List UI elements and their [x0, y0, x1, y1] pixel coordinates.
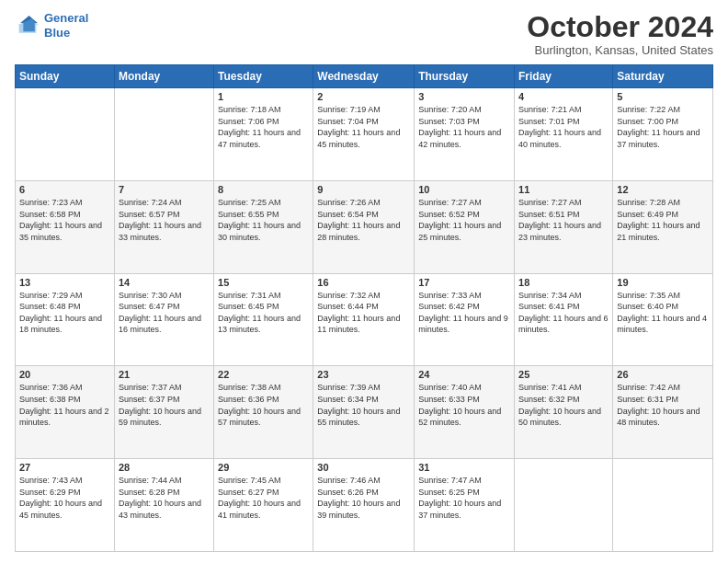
- day-number: 27: [19, 462, 110, 473]
- calendar-cell: 30Sunrise: 7:46 AM Sunset: 6:26 PM Dayli…: [313, 459, 415, 552]
- day-number: 8: [218, 184, 309, 195]
- day-info: Sunrise: 7:44 AM Sunset: 6:28 PM Dayligh…: [119, 475, 210, 521]
- day-number: 28: [119, 462, 210, 473]
- calendar-day-header: Friday: [515, 65, 613, 88]
- calendar-cell: 25Sunrise: 7:41 AM Sunset: 6:32 PM Dayli…: [515, 366, 613, 459]
- day-number: 24: [418, 369, 510, 380]
- day-info: Sunrise: 7:47 AM Sunset: 6:25 PM Dayligh…: [418, 475, 510, 521]
- page: General Blue October 2024 Burlington, Ka…: [0, 0, 728, 563]
- calendar-cell: 24Sunrise: 7:40 AM Sunset: 6:33 PM Dayli…: [415, 366, 515, 459]
- calendar: SundayMondayTuesdayWednesdayThursdayFrid…: [15, 64, 713, 552]
- day-number: 2: [317, 91, 410, 102]
- day-number: 11: [518, 184, 609, 195]
- calendar-week-row: 1Sunrise: 7:18 AM Sunset: 7:06 PM Daylig…: [16, 88, 713, 181]
- calendar-cell: 17Sunrise: 7:33 AM Sunset: 6:42 PM Dayli…: [415, 273, 515, 366]
- day-number: 9: [317, 184, 410, 195]
- day-info: Sunrise: 7:28 AM Sunset: 6:49 PM Dayligh…: [617, 197, 709, 243]
- calendar-day-header: Saturday: [613, 65, 713, 88]
- calendar-cell: 15Sunrise: 7:31 AM Sunset: 6:45 PM Dayli…: [214, 273, 313, 366]
- calendar-cell: 31Sunrise: 7:47 AM Sunset: 6:25 PM Dayli…: [415, 459, 515, 552]
- calendar-week-row: 6Sunrise: 7:23 AM Sunset: 6:58 PM Daylig…: [16, 180, 713, 273]
- logo-icon: [15, 13, 40, 39]
- day-info: Sunrise: 7:42 AM Sunset: 6:31 PM Dayligh…: [617, 382, 709, 428]
- calendar-day-header: Monday: [114, 65, 213, 88]
- calendar-cell: 2Sunrise: 7:19 AM Sunset: 7:04 PM Daylig…: [313, 88, 415, 181]
- month-title: October 2024: [527, 11, 713, 43]
- calendar-cell: 28Sunrise: 7:44 AM Sunset: 6:28 PM Dayli…: [114, 459, 213, 552]
- calendar-cell: 16Sunrise: 7:32 AM Sunset: 6:44 PM Dayli…: [313, 273, 415, 366]
- location: Burlington, Kansas, United States: [527, 43, 713, 57]
- day-number: 7: [119, 184, 210, 195]
- day-info: Sunrise: 7:22 AM Sunset: 7:00 PM Dayligh…: [617, 104, 709, 150]
- day-info: Sunrise: 7:29 AM Sunset: 6:48 PM Dayligh…: [19, 290, 110, 336]
- calendar-cell: 7Sunrise: 7:24 AM Sunset: 6:57 PM Daylig…: [114, 180, 213, 273]
- day-info: Sunrise: 7:35 AM Sunset: 6:40 PM Dayligh…: [617, 290, 709, 336]
- day-number: 25: [518, 369, 609, 380]
- day-number: 17: [418, 277, 510, 288]
- day-info: Sunrise: 7:27 AM Sunset: 6:51 PM Dayligh…: [518, 197, 609, 243]
- day-number: 26: [617, 369, 709, 380]
- calendar-cell: 3Sunrise: 7:20 AM Sunset: 7:03 PM Daylig…: [415, 88, 515, 181]
- day-info: Sunrise: 7:45 AM Sunset: 6:27 PM Dayligh…: [218, 475, 309, 521]
- day-info: Sunrise: 7:41 AM Sunset: 6:32 PM Dayligh…: [518, 382, 609, 428]
- day-number: 5: [617, 91, 709, 102]
- day-number: 20: [19, 369, 110, 380]
- day-number: 21: [119, 369, 210, 380]
- day-number: 10: [418, 184, 510, 195]
- calendar-cell: [16, 88, 115, 181]
- day-number: 4: [518, 91, 609, 102]
- calendar-cell: [613, 459, 713, 552]
- day-info: Sunrise: 7:30 AM Sunset: 6:47 PM Dayligh…: [119, 290, 210, 336]
- day-info: Sunrise: 7:39 AM Sunset: 6:34 PM Dayligh…: [317, 382, 410, 428]
- day-number: 13: [19, 277, 110, 288]
- day-number: 31: [418, 462, 510, 473]
- day-info: Sunrise: 7:27 AM Sunset: 6:52 PM Dayligh…: [418, 197, 510, 243]
- day-number: 29: [218, 462, 309, 473]
- day-info: Sunrise: 7:21 AM Sunset: 7:01 PM Dayligh…: [518, 104, 609, 150]
- calendar-cell: 13Sunrise: 7:29 AM Sunset: 6:48 PM Dayli…: [16, 273, 115, 366]
- calendar-week-row: 13Sunrise: 7:29 AM Sunset: 6:48 PM Dayli…: [16, 273, 713, 366]
- day-info: Sunrise: 7:18 AM Sunset: 7:06 PM Dayligh…: [218, 104, 309, 150]
- day-info: Sunrise: 7:23 AM Sunset: 6:58 PM Dayligh…: [19, 197, 110, 243]
- calendar-week-row: 20Sunrise: 7:36 AM Sunset: 6:38 PM Dayli…: [16, 366, 713, 459]
- day-number: 15: [218, 277, 309, 288]
- day-number: 18: [518, 277, 609, 288]
- day-number: 23: [317, 369, 410, 380]
- day-info: Sunrise: 7:38 AM Sunset: 6:36 PM Dayligh…: [218, 382, 309, 428]
- day-info: Sunrise: 7:26 AM Sunset: 6:54 PM Dayligh…: [317, 197, 410, 243]
- day-info: Sunrise: 7:43 AM Sunset: 6:29 PM Dayligh…: [19, 475, 110, 521]
- calendar-week-row: 27Sunrise: 7:43 AM Sunset: 6:29 PM Dayli…: [16, 459, 713, 552]
- calendar-cell: 9Sunrise: 7:26 AM Sunset: 6:54 PM Daylig…: [313, 180, 415, 273]
- day-info: Sunrise: 7:31 AM Sunset: 6:45 PM Dayligh…: [218, 290, 309, 336]
- calendar-day-header: Wednesday: [313, 65, 415, 88]
- calendar-cell: 12Sunrise: 7:28 AM Sunset: 6:49 PM Dayli…: [613, 180, 713, 273]
- calendar-cell: 29Sunrise: 7:45 AM Sunset: 6:27 PM Dayli…: [214, 459, 313, 552]
- day-info: Sunrise: 7:24 AM Sunset: 6:57 PM Dayligh…: [119, 197, 210, 243]
- calendar-header-row: SundayMondayTuesdayWednesdayThursdayFrid…: [16, 65, 713, 88]
- calendar-cell: 19Sunrise: 7:35 AM Sunset: 6:40 PM Dayli…: [613, 273, 713, 366]
- day-number: 12: [617, 184, 709, 195]
- calendar-cell: 11Sunrise: 7:27 AM Sunset: 6:51 PM Dayli…: [515, 180, 613, 273]
- calendar-cell: 27Sunrise: 7:43 AM Sunset: 6:29 PM Dayli…: [16, 459, 115, 552]
- logo: General Blue: [15, 11, 88, 40]
- day-number: 3: [418, 91, 510, 102]
- calendar-cell: 20Sunrise: 7:36 AM Sunset: 6:38 PM Dayli…: [16, 366, 115, 459]
- title-block: October 2024 Burlington, Kansas, United …: [527, 11, 713, 57]
- calendar-cell: 22Sunrise: 7:38 AM Sunset: 6:36 PM Dayli…: [214, 366, 313, 459]
- day-number: 14: [119, 277, 210, 288]
- day-info: Sunrise: 7:25 AM Sunset: 6:55 PM Dayligh…: [218, 197, 309, 243]
- header: General Blue October 2024 Burlington, Ka…: [15, 11, 713, 57]
- calendar-cell: 5Sunrise: 7:22 AM Sunset: 7:00 PM Daylig…: [613, 88, 713, 181]
- day-info: Sunrise: 7:32 AM Sunset: 6:44 PM Dayligh…: [317, 290, 410, 336]
- calendar-cell: 14Sunrise: 7:30 AM Sunset: 6:47 PM Dayli…: [114, 273, 213, 366]
- calendar-cell: 23Sunrise: 7:39 AM Sunset: 6:34 PM Dayli…: [313, 366, 415, 459]
- calendar-cell: [515, 459, 613, 552]
- day-number: 6: [19, 184, 110, 195]
- calendar-cell: 18Sunrise: 7:34 AM Sunset: 6:41 PM Dayli…: [515, 273, 613, 366]
- calendar-cell: 26Sunrise: 7:42 AM Sunset: 6:31 PM Dayli…: [613, 366, 713, 459]
- day-number: 19: [617, 277, 709, 288]
- calendar-cell: [114, 88, 213, 181]
- logo-text: General Blue: [44, 11, 88, 40]
- day-number: 1: [218, 91, 309, 102]
- day-info: Sunrise: 7:36 AM Sunset: 6:38 PM Dayligh…: [19, 382, 110, 428]
